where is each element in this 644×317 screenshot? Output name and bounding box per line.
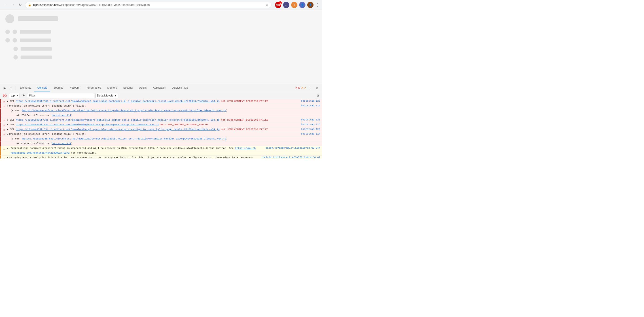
msg-source-8[interactable]: bootstrap:114 — [298, 133, 320, 135]
error-link-3[interactable]: https://d2uowa935fr33t.cloudfront.net/do… — [22, 109, 226, 112]
console-msg-11: ⚠ ▶[Deprecation] document.registerElemen… — [0, 146, 322, 151]
msg-content-7: ▶ GET https://d2uowa935fr33t.cloudfront.… — [7, 128, 298, 131]
console-msg-1: ✕ ▶ GET https://d2uowa935fr33t.cloudfron… — [0, 99, 322, 104]
expand-btn-2[interactable]: ▶ — [7, 105, 8, 107]
devtools-close-button[interactable]: ✕ — [314, 85, 320, 91]
skeleton-icon-2 — [12, 30, 17, 34]
tab-audits[interactable]: Audits — [136, 84, 150, 92]
skeleton-bar-1 — [20, 30, 51, 34]
tab-performance[interactable]: Performance — [82, 84, 104, 92]
spacer-icon-12 — [6, 152, 9, 155]
tab-application[interactable]: Application — [150, 84, 169, 92]
level-selector[interactable]: Default levels ▼ — [96, 93, 118, 98]
skeleton-icon-1 — [5, 30, 10, 34]
inspect-element-button[interactable]: ▶ — [2, 85, 8, 91]
error-link-6[interactable]: https://d2uowa935fr33t.cloudfront.net/do… — [16, 123, 159, 126]
msg-content-11: ▶[Deprecation] document.registerElement … — [7, 147, 263, 150]
devtools-toolbar: ▶ ▭ Elements Console Sources Network Per… — [0, 84, 322, 92]
skeleton-sub-1 — [14, 47, 317, 51]
msg-source-13[interactable]: include.html?space_k…AOSkI7NtCxMLmzJ0:42 — [258, 156, 320, 159]
devtools-panel: ▶ ▭ Elements Console Sources Network Per… — [0, 84, 322, 159]
context-selector[interactable]: top — [9, 93, 20, 98]
device-mode-button[interactable]: ▭ — [8, 85, 14, 91]
page-content — [0, 10, 322, 84]
error-icon-7: ✕ — [2, 128, 6, 131]
expand-btn-8[interactable]: ▶ — [7, 133, 8, 135]
orange-extension-button[interactable]: T — [291, 2, 298, 8]
warning-icon-11: ⚠ — [2, 147, 6, 150]
toolbar-separator — [15, 86, 16, 90]
expand-btn-11[interactable]: ▶ — [7, 147, 8, 150]
msg-source-7[interactable]: bootstrap:126 — [298, 128, 320, 131]
error-link-7[interactable]: https://d2uowa935fr33t.cloudfront.net/do… — [16, 128, 220, 131]
warning-link-11[interactable]: https://www.ch — [235, 147, 256, 150]
level-label: Default levels — [97, 94, 113, 97]
console-msg-4: at HTMLScriptElement.a (bootstrap:114) — [0, 113, 322, 118]
warning-icon-13: ⚠ — [2, 156, 6, 159]
msg-content-5: ▶ GET https://d2uowa935fr33t.cloudfront.… — [7, 118, 298, 122]
msg-content-12: romestatus.com/features/4642138092470272… — [10, 151, 320, 155]
filter-input[interactable] — [27, 93, 94, 98]
adblock-plus-button[interactable]: ABP 1 — [275, 2, 281, 8]
eye-button[interactable]: 👁 — [21, 93, 26, 98]
address-bar[interactable]: 🔒 uipath.atlassian.net/wiki/spaces/PM/pa… — [25, 2, 272, 8]
devtools-right-controls: ✕ 6 ⚠ 2 ⋮ ✕ — [295, 85, 320, 91]
shield-extension-button[interactable]: 🛡 — [283, 2, 289, 8]
forward-button[interactable]: → — [10, 2, 16, 8]
msg-source-1[interactable]: bootstrap:126 — [298, 100, 320, 102]
console-msg-10: at HTMLScriptElement.a (bootstrap:114) — [0, 141, 322, 146]
msg-source-11[interactable]: batch.js?externals=…&locale=en-GB:244 — [263, 147, 320, 149]
skeleton-avatar — [5, 14, 14, 23]
bookmark-icon[interactable]: ☆ — [266, 3, 268, 7]
msg-source-2[interactable]: bootstrap:114 — [298, 104, 320, 107]
profile-extension-button[interactable]: 👤 — [307, 2, 314, 8]
error-link-1[interactable]: https://d2uowa935fr33t.cloudfront.net/do… — [16, 100, 220, 103]
msg-source-6[interactable]: bootstrap:126 — [298, 123, 320, 126]
tab-elements[interactable]: Elements — [17, 84, 34, 92]
console-msg-3: (error: https://d2uowa935fr33t.cloudfron… — [0, 109, 322, 113]
error-link-10[interactable]: bootstrap:114 — [52, 142, 71, 145]
url-path: /wiki/spaces/PM/pages/931922484/Studio+v… — [58, 3, 150, 7]
avatar-extension-button[interactable]: 👤 — [299, 2, 306, 8]
reload-button[interactable]: ↻ — [17, 2, 23, 8]
skeleton-icon-5 — [14, 47, 18, 51]
expand-btn-13[interactable]: ▶ — [7, 156, 8, 159]
console-msg-2: ✕ ▶Uncaught (in promise) Error: Loading … — [0, 104, 322, 109]
level-arrow-icon: ▼ — [114, 94, 117, 97]
skeleton-title — [18, 16, 58, 21]
msg-content-8: ▶Uncaught (in promise) Error: Loading ch… — [7, 133, 298, 136]
url-domain: uipath.atlassian.net — [33, 3, 58, 7]
lock-icon: 🔒 — [28, 3, 31, 7]
error-icon-2: ✕ — [2, 105, 6, 108]
error-icon-5: ✕ — [2, 119, 6, 122]
msg-content-13: ▶Skipping Google Analytics initializatio… — [7, 156, 258, 159]
console-msg-5: ✕ ▶ GET https://d2uowa935fr33t.cloudfron… — [0, 118, 322, 123]
chrome-menu-button[interactable]: ⋮ — [315, 3, 319, 8]
devtools-more-button[interactable]: ⋮ — [307, 85, 313, 91]
tab-security[interactable]: Security — [120, 84, 136, 92]
tab-console[interactable]: Console — [34, 84, 50, 92]
msg-source-5[interactable]: bootstrap:126 — [298, 118, 320, 121]
clear-console-button[interactable]: 🚫 — [2, 93, 8, 99]
back-button[interactable]: ← — [3, 2, 9, 8]
tab-memory[interactable]: Memory — [104, 84, 120, 92]
error-link-5[interactable]: https://d2uowa935fr33t.cloudfront.net/do… — [16, 119, 220, 121]
msg-content-1: ▶ GET https://d2uowa935fr33t.cloudfront.… — [7, 100, 298, 103]
tab-sources[interactable]: Sources — [50, 84, 66, 92]
console-settings-button[interactable]: ⚙ — [315, 93, 320, 98]
console-messages[interactable]: ✕ ▶ GET https://d2uowa935fr33t.cloudfron… — [0, 99, 322, 159]
warning-link-12[interactable]: romestatus.com/features/4642138092470272 — [10, 152, 70, 154]
msg-content-9: (error: https://d2uowa935fr33t.cloudfron… — [10, 137, 320, 141]
skeleton-sub-2 — [14, 55, 317, 60]
skeleton-bar-3 — [20, 47, 52, 51]
spacer-icon-4 — [6, 114, 9, 117]
console-msg-6: ✕ ▶ GET https://d2uowa935fr33t.cloudfron… — [0, 123, 322, 127]
error-icon-6: ✕ — [2, 124, 6, 127]
error-link-4[interactable]: bootstrap:114 — [52, 114, 71, 117]
tab-network[interactable]: Network — [66, 84, 82, 92]
abp-badge: 1 — [278, 1, 282, 5]
tab-adblock-plus[interactable]: Adblock Plus — [169, 84, 191, 92]
skeleton-icon-3 — [5, 38, 10, 43]
url-display: uipath.atlassian.net/wiki/spaces/PM/page… — [33, 3, 264, 7]
error-link-9[interactable]: https://d2uowa935fr33t.cloudfront.net/do… — [22, 137, 226, 140]
